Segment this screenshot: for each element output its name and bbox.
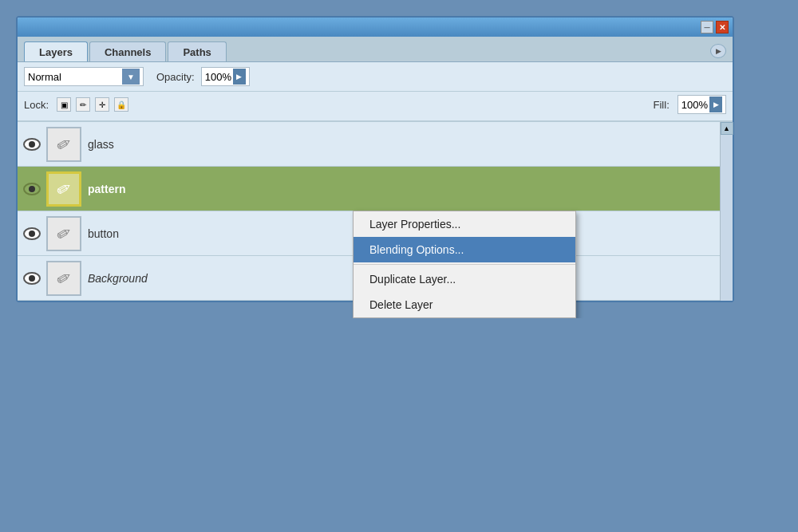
lock-icon-transparency[interactable]: ▣ <box>57 97 71 112</box>
eye-icon[interactable] <box>18 183 46 195</box>
layer-row[interactable]: ✏ glass <box>18 122 733 167</box>
tab-channels[interactable]: Channels <box>89 41 167 61</box>
eye-pupil <box>29 186 35 192</box>
layer-name: pattern <box>88 183 125 195</box>
title-bar: ─ ✕ <box>18 18 733 37</box>
context-menu-item-layer-properties[interactable]: Layer Properties... <box>354 211 575 237</box>
context-menu-item-blending-options[interactable]: Blending Options... <box>354 237 575 262</box>
controls-row-1: Normal ▼ Opacity: 100% ▶ <box>18 62 733 92</box>
panel-body: Normal ▼ Opacity: 100% ▶ Lock: ▣ ✏ ✛ 🔒 F… <box>18 62 733 301</box>
minimize-button[interactable]: ─ <box>701 21 713 33</box>
eye-pupil <box>29 275 35 282</box>
eye-icon[interactable] <box>18 138 46 151</box>
blend-mode-value: Normal <box>28 71 119 83</box>
layers-list: ✏ glass ✏ pattern Layer Properties... <box>18 122 733 301</box>
eye-circle <box>23 272 41 285</box>
lock-icon-paint[interactable]: ✏ <box>76 97 90 112</box>
blend-mode-dropdown-arrow[interactable]: ▼ <box>122 69 140 85</box>
context-menu-divider <box>354 264 575 265</box>
layer-row[interactable]: ✏ pattern Layer Properties... Blending O… <box>18 167 733 211</box>
thumb-pencil-icon: ✏ <box>53 176 76 202</box>
opacity-arrow-button[interactable]: ▶ <box>233 69 246 85</box>
layer-name: Background <box>88 272 148 285</box>
fill-value-box: 100% ▶ <box>678 95 726 114</box>
context-menu: Layer Properties... Blending Options... … <box>353 211 576 318</box>
lock-icon-move[interactable]: ✛ <box>95 97 109 112</box>
opacity-value: 100% <box>205 71 231 83</box>
tab-paths[interactable]: Paths <box>168 41 226 61</box>
tabs-row: Layers Channels Paths ▶ <box>18 37 733 62</box>
eye-circle <box>23 183 41 195</box>
layer-thumbnail: ✏ <box>46 171 81 207</box>
scroll-up-button[interactable]: ▲ <box>721 122 733 135</box>
layers-panel: ─ ✕ Layers Channels Paths ▶ Normal ▼ Opa… <box>16 16 734 302</box>
eye-icon[interactable] <box>18 272 46 285</box>
thumb-pencil-icon: ✏ <box>53 132 76 157</box>
layer-thumbnail: ✏ <box>46 127 81 162</box>
layer-thumbnail: ✏ <box>46 216 81 251</box>
context-menu-item-delete-layer[interactable]: Delete Layer <box>354 292 575 317</box>
panel-options-button[interactable]: ▶ <box>710 44 726 58</box>
context-menu-item-duplicate-layer[interactable]: Duplicate Layer... <box>354 266 575 292</box>
layer-name: button <box>88 227 119 240</box>
fill-value: 100% <box>681 99 708 111</box>
scrollbar: ▲ <box>720 122 733 301</box>
lock-icon-all[interactable]: 🔒 <box>114 97 128 112</box>
eye-pupil <box>29 231 35 237</box>
controls-row-2: Lock: ▣ ✏ ✛ 🔒 Fill: 100% ▶ <box>18 92 733 122</box>
eye-icon[interactable] <box>18 227 46 240</box>
thumb-pencil-icon: ✏ <box>53 266 76 291</box>
opacity-label: Opacity: <box>156 71 195 83</box>
layer-name: glass <box>88 138 114 151</box>
opacity-value-box: 100% ▶ <box>201 67 250 86</box>
lock-label: Lock: <box>24 99 49 111</box>
close-button[interactable]: ✕ <box>716 21 729 33</box>
tab-layers[interactable]: Layers <box>24 41 88 61</box>
thumb-pencil-icon: ✏ <box>53 221 76 246</box>
eye-pupil <box>29 141 35 148</box>
blend-mode-select[interactable]: Normal ▼ <box>24 67 144 86</box>
fill-label: Fill: <box>654 99 670 111</box>
eye-circle <box>23 138 41 151</box>
layer-thumbnail: ✏ <box>46 261 81 296</box>
fill-arrow-button[interactable]: ▶ <box>709 97 722 112</box>
eye-circle <box>23 227 41 240</box>
